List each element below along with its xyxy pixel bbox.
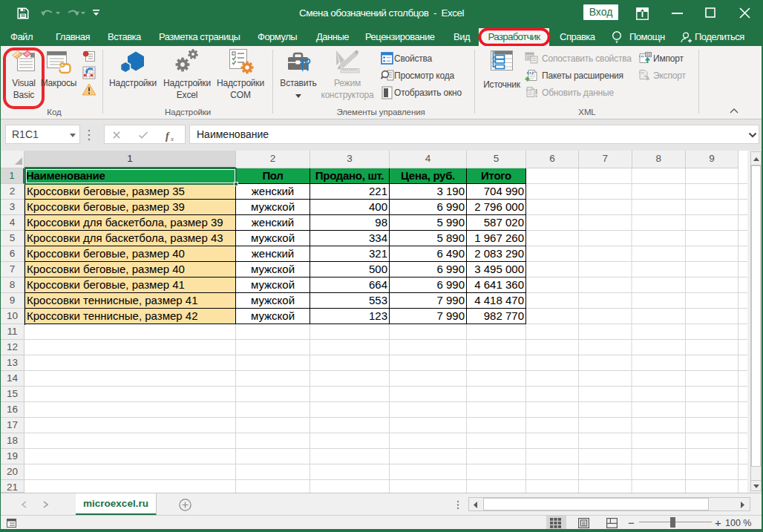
svg-text:f: f — [166, 131, 170, 142]
svg-text:x: x — [170, 135, 174, 142]
